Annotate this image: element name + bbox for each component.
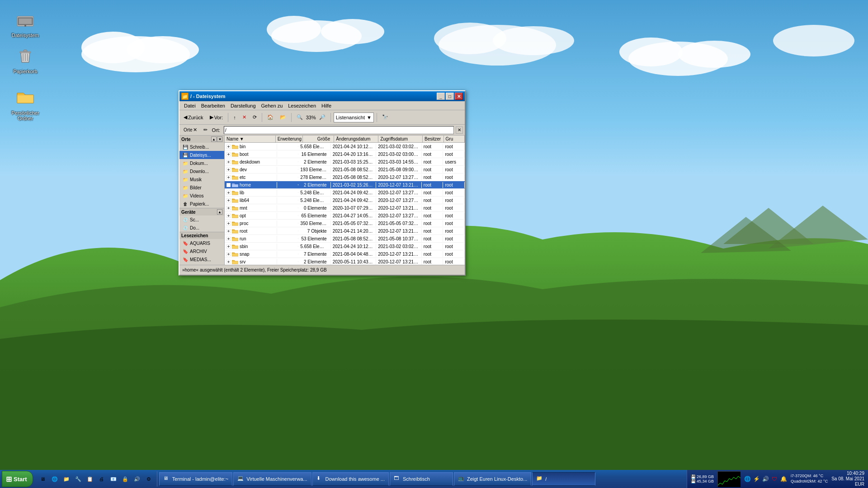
- places-expand-button[interactable]: ▲: [211, 136, 217, 142]
- devices-expand-button[interactable]: ▲: [217, 209, 222, 215]
- file-row[interactable]: opt 65 Elemente 2021-04-27 14:05:02 2020…: [225, 212, 465, 220]
- col-header-modified[interactable]: Änderungsdatum: [334, 136, 378, 142]
- menu-gehen-zu[interactable]: Gehen zu: [259, 102, 286, 109]
- file-cell-modified: 2021-04-24 10:12:38: [331, 144, 377, 150]
- zoom-in-button[interactable]: 🔎: [317, 113, 328, 122]
- location-input[interactable]: [224, 126, 454, 134]
- ql-item5[interactable]: 📋: [85, 474, 95, 484]
- close-button[interactable]: ✕: [455, 93, 463, 100]
- ql-item4[interactable]: 🔧: [73, 474, 84, 484]
- maximize-button[interactable]: □: [446, 93, 454, 100]
- col-header-accessed[interactable]: Zugriffsdatum: [378, 136, 423, 142]
- sidebar-item-schreibtisch[interactable]: 💾 Schreib...: [179, 143, 224, 151]
- places-menu-button[interactable]: ✕: [217, 136, 222, 142]
- file-row[interactable]: lib64 5.248 Elemente 2021-04-24 09:42:19…: [225, 197, 465, 204]
- ql-item10[interactable]: ⚙: [143, 474, 154, 484]
- sidebar-item-downloads[interactable]: 📁 Downlo...: [179, 167, 224, 175]
- zoom-out-button[interactable]: 🔍: [294, 113, 305, 122]
- home-button[interactable]: 🏠: [265, 113, 276, 122]
- ql-folder[interactable]: 📁: [61, 474, 72, 484]
- file-row[interactable]: root 7 Objekte 2021-04-21 14:20:34 2020-…: [225, 227, 465, 235]
- file-row[interactable]: snap 7 Elemente 2021-08-04 04:48:04 2020…: [225, 250, 465, 258]
- search-button[interactable]: 🔭: [380, 113, 391, 122]
- file-row[interactable]: proc 350 Elemente 2021-05-05 07:32:00 20…: [225, 220, 465, 227]
- file-cell-group: root: [443, 182, 465, 188]
- tray-audio-icon[interactable]: 🔊: [762, 475, 769, 483]
- col-header-ext[interactable]: Erweiterung: [276, 136, 303, 142]
- reload-button[interactable]: ⟳: [250, 113, 259, 122]
- desktop-icon-personal-folder[interactable]: Persönlicher Ordner: [7, 87, 43, 121]
- sidebar-item-downloads-label: Downlo...: [190, 169, 209, 174]
- col-header-name[interactable]: Name ▼: [225, 136, 276, 142]
- ql-item7[interactable]: 📧: [108, 474, 119, 484]
- start-button[interactable]: ⊞ Start: [2, 471, 33, 487]
- sidebar-bookmark-medias[interactable]: 🔖 MEDIAS...: [179, 255, 224, 263]
- file-row[interactable]: bin 5.658 Elemente 2021-04-24 10:12:38 2…: [225, 143, 465, 150]
- menu-lesezeichen[interactable]: Lesezeichen: [285, 102, 319, 109]
- file-row[interactable]: srv 2 Elemente 2020-05-11 10:43:31 2020-…: [225, 258, 465, 265]
- back-button[interactable]: ◀ Zurück: [181, 113, 206, 122]
- sidebar-item-bilder[interactable]: 📁 Bilder: [179, 183, 224, 192]
- sidebar-item-dateisystem[interactable]: 💾 Dateisys...: [179, 151, 224, 159]
- menu-bearbeiten[interactable]: Bearbeiten: [198, 102, 228, 109]
- location-clear-button[interactable]: ✕: [456, 127, 463, 134]
- ql-item6[interactable]: 🖨: [96, 474, 107, 484]
- zeigt-taskbar-icon: 📺: [458, 475, 465, 483]
- file-row[interactable]: boot 16 Elemente 2021-04-20 13:16:09 202…: [225, 150, 465, 158]
- file-row[interactable]: home 2 Elemente 2021-03-02 15:26:20 2020…: [225, 181, 465, 189]
- tray-power-icon[interactable]: ⚡: [753, 475, 760, 483]
- desktop-icon-papierkorb[interactable]: Papierkorb: [7, 45, 43, 74]
- file-row[interactable]: deskdown 2 Elemente 2021-03-03 15:25:48 …: [225, 158, 465, 166]
- edit-location-button[interactable]: ✏: [201, 126, 210, 135]
- col-header-group[interactable]: Gru: [444, 136, 465, 142]
- up-button[interactable]: ↑: [231, 113, 238, 122]
- ql-browser[interactable]: 🌐: [49, 474, 60, 484]
- back-label: Zurück: [188, 115, 203, 120]
- sidebar-item-device-do[interactable]: 💿 Do...: [179, 224, 224, 232]
- file-cell-owner: root: [422, 228, 443, 234]
- taskbar-zeigt[interactable]: 📺 Zeigt Euren Linux-Deskto...: [454, 472, 531, 486]
- sidebar-bookmark-aquaris[interactable]: 🔖 AQUARIS: [179, 239, 224, 247]
- sidebar-item-papierkorb[interactable]: 🗑 Papierk...: [179, 200, 224, 208]
- sidebar-item-dokumente[interactable]: 📁 Dokum...: [179, 159, 224, 167]
- col-header-owner[interactable]: Besitzer: [423, 136, 443, 142]
- view-dropdown[interactable]: Listenansicht ▼: [334, 113, 374, 122]
- sidebar-item-videos[interactable]: 📁 Videos: [179, 192, 224, 200]
- taskbar-filemanager[interactable]: 📁 /: [532, 472, 595, 486]
- menu-datei[interactable]: Datei: [181, 102, 198, 109]
- bookmark-aquaris-icon: 🔖: [182, 240, 189, 246]
- stop-button[interactable]: ✕: [240, 113, 249, 122]
- places-toggle-button[interactable]: Orte ✕: [181, 126, 199, 135]
- menu-darstellung[interactable]: Darstellung: [228, 102, 259, 109]
- file-cell-accessed: 2021-05-08 10:37:36: [376, 236, 422, 242]
- file-row[interactable]: dev 193 Elemente 2021-05-08 08:52:40 202…: [225, 166, 465, 174]
- sidebar-bookmark-archiv[interactable]: 🔖 ARCHIV: [179, 247, 224, 255]
- clock-widget[interactable]: 10:40:29 Sa 08. Mai 2021 EUR: [831, 471, 864, 487]
- ql-show-desktop[interactable]: 🖥: [38, 474, 48, 484]
- file-row[interactable]: sbin 5.658 Elemente 2021-04-24 10:12:38 …: [225, 243, 465, 250]
- ql-item8[interactable]: 🔒: [120, 474, 131, 484]
- open-button[interactable]: 📂: [278, 113, 288, 122]
- menu-hilfe[interactable]: Hilfe: [319, 102, 334, 109]
- taskbar-schreibtisch[interactable]: 🗔 Schreibtisch: [390, 472, 453, 486]
- file-row[interactable]: etc 278 Elemente 2021-05-08 08:52:48 202…: [225, 174, 465, 181]
- tray-update-icon[interactable]: 🔔: [780, 475, 787, 483]
- file-list-container[interactable]: Name ▼ Erweiterung Größe Änderungsdatum …: [225, 136, 465, 265]
- tray-security-icon[interactable]: 🛡: [771, 475, 778, 483]
- sidebar-item-device-sc[interactable]: 💿 Sc...: [179, 216, 224, 224]
- file-row[interactable]: lib 5.248 Elemente 2021-04-24 09:42:19 2…: [225, 189, 465, 197]
- file-row[interactable]: run 53 Elemente 2021-05-08 08:52:42 2021…: [225, 235, 465, 243]
- desktop-icon-dateisystem[interactable]: Dateisystem: [7, 9, 43, 38]
- ql-item9[interactable]: 🔊: [132, 474, 142, 484]
- file-cell-size: 5.248 Elemente: [298, 197, 330, 203]
- sidebar-item-musik[interactable]: 📁 Musik: [179, 175, 224, 183]
- taskbar-vm[interactable]: 💻 Virtuelle Maschinenverwa...: [233, 472, 311, 486]
- sidebar-bookmark-router[interactable]: 🔖 ROUTER: [179, 263, 224, 265]
- minimize-button[interactable]: _: [437, 93, 445, 100]
- tray-network-icon[interactable]: 🌐: [744, 475, 751, 483]
- col-header-size[interactable]: Größe: [303, 136, 335, 142]
- taskbar-download[interactable]: ⬇ Download this awesome ...: [312, 472, 389, 486]
- taskbar-terminal[interactable]: 🖥 Terminal - ladmin@elite:~: [159, 472, 233, 486]
- svg-point-12: [678, 41, 750, 68]
- file-row[interactable]: mnt 0 Elemente 2020-10-07 07:29:57 2020-…: [225, 204, 465, 212]
